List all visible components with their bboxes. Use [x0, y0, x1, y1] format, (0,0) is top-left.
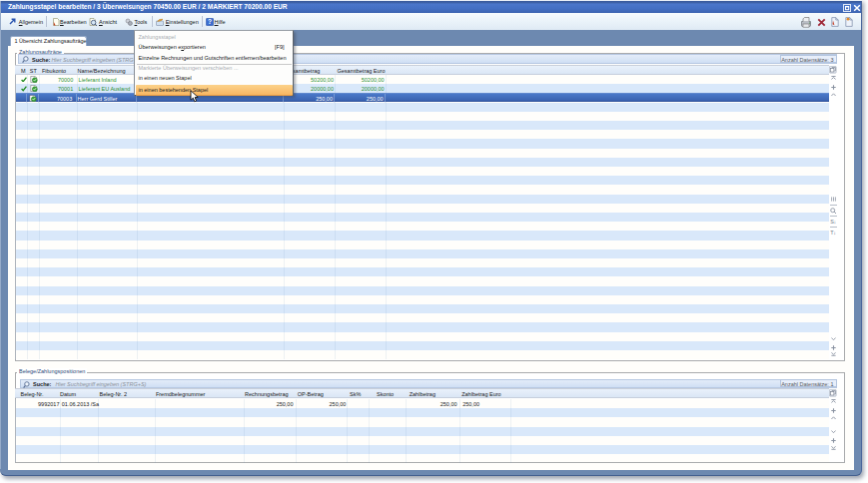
- svg-text:?: ?: [208, 18, 212, 25]
